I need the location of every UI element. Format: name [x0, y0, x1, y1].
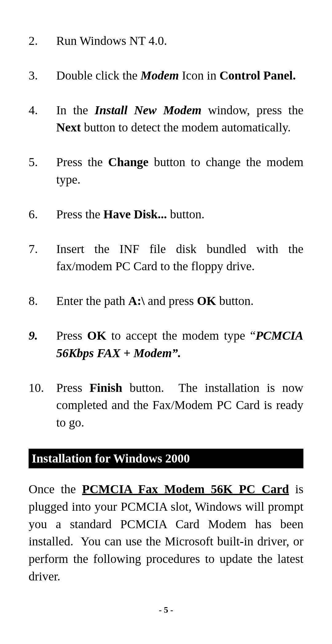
paragraph: Once the PCMCIA Fax Modem 56K PC Card is… [29, 481, 303, 585]
instruction-item: 2.Run Windows NT 4.0. [29, 32, 303, 50]
instruction-item: 4.In the Install New Modem window, press… [29, 102, 303, 137]
instruction-item: 9.Press OK to accept the modem type “PCM… [29, 327, 303, 362]
page-number: - 5 - [0, 605, 332, 615]
step-text: Double click the Modem Icon in Control P… [56, 67, 303, 84]
instruction-item: 6.Press the Have Disk... button. [29, 206, 303, 223]
instruction-item: 10.Press Finish button. The installation… [29, 379, 303, 431]
step-number: 5. [29, 154, 56, 189]
step-number: 10. [29, 379, 56, 431]
step-text: Insert the INF file disk bundled with th… [56, 240, 303, 275]
step-number: 3. [29, 67, 56, 84]
step-number: 4. [29, 102, 56, 137]
step-text: Press the Have Disk... button. [56, 206, 303, 223]
step-text: Enter the path A:\ and press OK button. [56, 292, 303, 310]
instruction-item: 3.Double click the Modem Icon in Control… [29, 67, 303, 84]
instruction-item: 5.Press the Change button to change the … [29, 154, 303, 189]
step-text: Press the Change button to change the mo… [56, 154, 303, 189]
step-number: 6. [29, 206, 56, 223]
instruction-item: 7.Insert the INF file disk bundled with … [29, 240, 303, 275]
step-number: 8. [29, 292, 56, 310]
step-number: 9. [29, 327, 56, 362]
step-text: Run Windows NT 4.0. [56, 32, 303, 50]
step-number: 2. [29, 32, 56, 50]
step-number: 7. [29, 240, 56, 275]
section-heading: Installation for Windows 2000 [29, 449, 303, 468]
instruction-list: 2.Run Windows NT 4.0.3.Double click the … [29, 32, 303, 431]
step-text: Press OK to accept the modem type “PCMCI… [56, 327, 303, 362]
instruction-item: 8.Enter the path A:\ and press OK button… [29, 292, 303, 310]
step-text: In the Install New Modem window, press t… [56, 102, 303, 137]
document-page: 2.Run Windows NT 4.0.3.Double click the … [0, 0, 332, 585]
step-text: Press Finish button. The installation is… [56, 379, 303, 431]
